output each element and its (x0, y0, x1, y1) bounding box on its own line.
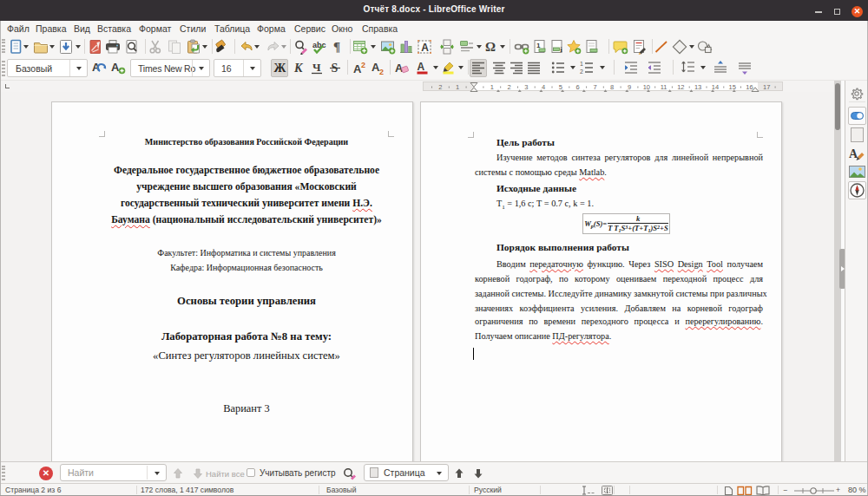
svg-text:К: К (293, 62, 304, 75)
svg-text:11: 11 (661, 83, 667, 91)
svg-text:abc: abc (312, 41, 326, 49)
svg-text:2: 2 (508, 83, 511, 91)
svg-text:9: 9 (628, 83, 631, 91)
svg-text:13: 13 (694, 83, 701, 91)
svg-text:1: 1 (580, 61, 583, 67)
svg-text:¶: ¶ (333, 40, 340, 54)
svg-text:A: A (421, 42, 429, 54)
svg-text:16: 16 (746, 83, 753, 91)
svg-text:Ω: Ω (485, 40, 496, 54)
svg-text:15: 15 (729, 83, 736, 91)
svg-text:7: 7 (593, 83, 596, 91)
svg-text:5: 5 (559, 83, 562, 91)
svg-text:i: i (560, 45, 562, 54)
svg-text:1: 1 (490, 83, 494, 91)
svg-text:2: 2 (379, 68, 384, 76)
svg-text:2: 2 (361, 61, 365, 69)
svg-text:Ж: Ж (274, 62, 286, 75)
svg-text:6: 6 (576, 83, 580, 91)
svg-text:4: 4 (542, 83, 545, 91)
svg-text:A: A (418, 61, 425, 73)
svg-text:Ч: Ч (312, 61, 321, 74)
svg-text:2: 2 (438, 83, 442, 91)
svg-text:2: 2 (580, 69, 583, 75)
svg-text:1: 1 (456, 83, 459, 91)
svg-text:8: 8 (610, 83, 614, 91)
svg-text:10: 10 (643, 83, 650, 91)
svg-text:3: 3 (524, 83, 528, 91)
svg-text:17: 17 (763, 83, 770, 91)
svg-text:A: A (111, 61, 120, 74)
svg-text:12: 12 (677, 83, 684, 91)
